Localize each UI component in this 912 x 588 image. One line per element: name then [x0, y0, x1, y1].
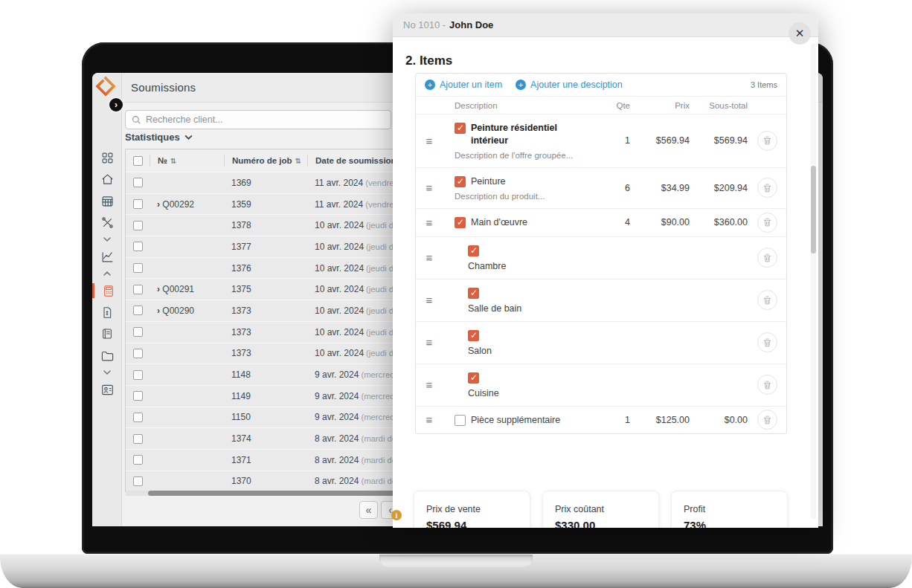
app-logo-icon [95, 76, 116, 97]
summary-card-cost-price: Prix coûtant $330.00 [542, 491, 659, 528]
checkbox-checked[interactable] [455, 176, 466, 187]
modal-scrollbar[interactable] [811, 43, 816, 519]
laptop-base [0, 554, 912, 588]
row-checkbox[interactable] [133, 349, 143, 358]
sidebar-chevron-up-icon[interactable] [92, 271, 122, 277]
add-item-button[interactable]: + Ajouter un item [425, 80, 502, 90]
drag-handle-icon[interactable]: ≡ [416, 294, 443, 306]
col-header-no[interactable]: № ⇅ [150, 155, 224, 167]
row-checkbox[interactable] [133, 263, 143, 273]
home-icon [101, 173, 114, 186]
col-header-job[interactable]: Numéro de job ⇅ [224, 155, 307, 167]
chevron-down-icon [184, 135, 193, 140]
delete-item-button[interactable] [757, 178, 777, 198]
item-subtotal: $569.94 [690, 135, 748, 146]
row-checkbox[interactable] [133, 327, 143, 337]
row-checkbox[interactable] [133, 221, 143, 230]
sort-icon[interactable]: ⇅ [295, 157, 301, 165]
job-number: 1370 [224, 476, 307, 486]
checkbox-checked[interactable] [468, 330, 479, 341]
row-checkbox[interactable] [133, 391, 143, 401]
drag-handle-icon[interactable]: ≡ [416, 135, 443, 147]
page-title: Soumissions [131, 81, 196, 94]
delete-item-button[interactable] [757, 332, 777, 352]
sidebar-item-reports[interactable] [92, 249, 122, 264]
delete-item-button[interactable] [757, 131, 777, 151]
checkbox-checked[interactable] [468, 288, 479, 299]
row-checkbox[interactable] [133, 476, 143, 486]
drag-handle-icon[interactable]: ≡ [416, 336, 443, 349]
drag-handle-icon[interactable]: ≡ [416, 216, 443, 229]
close-button[interactable]: ✕ [789, 22, 811, 45]
sidebar-item-dashboard[interactable] [92, 150, 122, 165]
delete-item-button[interactable] [757, 375, 777, 395]
item-name: Pièce supplémentaire [471, 414, 560, 427]
expand-chevron-icon[interactable]: › [157, 199, 160, 210]
job-number: 1373 [224, 348, 307, 358]
statistics-toggle[interactable]: Statistiques [125, 132, 193, 143]
trash-icon [762, 415, 772, 425]
job-number: 1150 [224, 412, 307, 422]
items-panel: + Ajouter un item + Ajouter une descipti… [415, 73, 787, 434]
checkbox-checked[interactable] [468, 372, 479, 384]
sidebar-chevron-down2-icon[interactable] [92, 369, 122, 375]
job-number: 1373 [224, 306, 307, 316]
delete-item-button[interactable] [757, 290, 777, 310]
items-count: 3 Items [751, 80, 777, 89]
row-checkbox[interactable] [133, 434, 143, 444]
item-row: ≡Peinture résidentiel intérieurDescripti… [416, 114, 786, 168]
drag-handle-icon[interactable]: ≡ [416, 251, 443, 264]
sidebar-item-files[interactable] [92, 348, 122, 363]
info-icon[interactable]: i [391, 510, 402, 520]
sidebar-item-home[interactable] [92, 172, 122, 187]
checkbox-checked[interactable] [468, 245, 479, 256]
job-number: 1369 [224, 178, 307, 188]
sidebar-item-contacts[interactable] [92, 382, 122, 397]
item-name: Peinture résidentiel intérieur [471, 122, 596, 147]
delete-item-button[interactable] [757, 248, 777, 268]
laptop-notch [379, 555, 533, 567]
row-checkbox[interactable] [133, 178, 143, 187]
modal-scrollbar-thumb[interactable] [811, 166, 816, 253]
item-row: ≡PeintureDescription du produit...6$34.9… [416, 168, 786, 209]
dashboard-grid-icon [101, 152, 114, 164]
delete-item-button[interactable] [757, 410, 777, 430]
item-row: ≡Cuisine [416, 364, 786, 407]
quote-number: No 1010 - [403, 19, 446, 30]
sidebar-item-catalog[interactable] [92, 326, 122, 341]
item-price: $569.94 [630, 135, 690, 146]
item-name: Salon [468, 346, 600, 356]
expand-chevron-icon[interactable]: › [157, 306, 160, 316]
expand-chevron-icon[interactable]: › [157, 284, 160, 294]
search-input[interactable]: Recherche client... [125, 110, 391, 129]
row-checkbox[interactable] [133, 455, 143, 465]
add-description-button[interactable]: + Ajouter une desciption [516, 80, 623, 90]
plus-circle-icon: + [425, 80, 435, 90]
row-checkbox[interactable] [133, 242, 143, 251]
row-checkbox[interactable] [133, 306, 143, 315]
row-checkbox[interactable] [133, 199, 143, 209]
drag-handle-icon[interactable]: ≡ [416, 413, 443, 426]
pagination-first-button[interactable]: « [359, 501, 378, 519]
row-checkbox[interactable] [133, 285, 143, 294]
sidebar-item-calendar[interactable] [92, 193, 122, 208]
checkbox-unchecked[interactable] [455, 415, 466, 426]
sidebar-item-tools[interactable] [92, 215, 122, 230]
sidebar-icons [92, 150, 122, 397]
checkbox-checked[interactable] [455, 217, 466, 228]
item-price: $34.99 [630, 183, 690, 193]
delete-item-button[interactable] [757, 213, 777, 233]
trash-icon [762, 217, 772, 227]
select-all-checkbox[interactable] [133, 156, 143, 166]
tools-icon [101, 216, 114, 229]
sidebar-expand-button[interactable]: › [108, 97, 124, 113]
drag-handle-icon[interactable]: ≡ [416, 378, 443, 391]
sidebar-chevron-down-icon[interactable] [92, 236, 122, 242]
sidebar-item-invoices[interactable] [92, 305, 122, 320]
row-checkbox[interactable] [133, 413, 143, 422]
sidebar-item-quotes-active[interactable] [92, 283, 122, 298]
sort-icon[interactable]: ⇅ [170, 157, 176, 165]
row-checkbox[interactable] [133, 370, 143, 380]
checkbox-checked[interactable] [455, 123, 466, 134]
drag-handle-icon[interactable]: ≡ [416, 181, 443, 194]
